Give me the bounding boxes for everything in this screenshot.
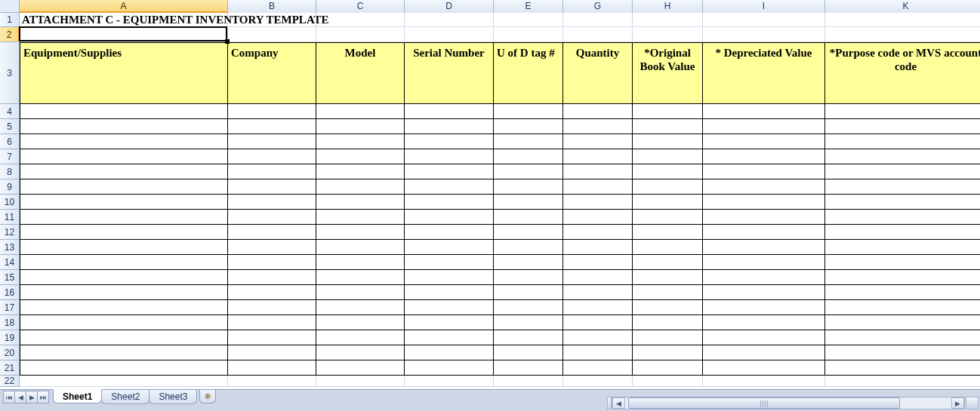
cell-I9[interactable] xyxy=(703,179,825,195)
cell-A20[interactable] xyxy=(20,345,228,360)
cell-D9[interactable] xyxy=(405,179,494,195)
cell-C15[interactable] xyxy=(316,270,405,285)
row-header-19[interactable]: 19 xyxy=(0,330,20,345)
cell-C20[interactable] xyxy=(316,345,405,360)
cell-I13[interactable] xyxy=(703,240,825,255)
cell-D18[interactable] xyxy=(405,315,494,330)
cell-B18[interactable] xyxy=(228,315,316,330)
cell-K7[interactable] xyxy=(825,149,980,164)
cell-D13[interactable] xyxy=(405,240,494,255)
cell-G9[interactable] xyxy=(563,179,633,195)
cell-B11[interactable] xyxy=(228,210,316,225)
cell-H14[interactable] xyxy=(633,255,703,270)
scroll-track[interactable] xyxy=(625,397,951,409)
cell-E21[interactable] xyxy=(494,360,563,376)
cell-D17[interactable] xyxy=(405,300,494,315)
cell-B13[interactable] xyxy=(228,240,316,255)
cell-A9[interactable] xyxy=(20,179,228,195)
row-header-10[interactable]: 10 xyxy=(0,195,20,210)
cell-B10[interactable] xyxy=(228,195,316,210)
cell-G22[interactable] xyxy=(563,376,633,387)
cell-C22[interactable] xyxy=(316,376,405,387)
column-header-K[interactable]: K xyxy=(825,0,980,13)
cell-K20[interactable] xyxy=(825,345,980,360)
cell-A19[interactable] xyxy=(20,330,228,345)
cell-C13[interactable] xyxy=(316,240,405,255)
column-header-A[interactable]: A xyxy=(20,0,228,13)
row-header-2[interactable]: 2 xyxy=(0,27,20,42)
cell-C11[interactable] xyxy=(316,210,405,225)
cell-A17[interactable] xyxy=(20,300,228,315)
cell-E5[interactable] xyxy=(494,119,563,134)
cell-H7[interactable] xyxy=(633,149,703,164)
sheet-tab-sheet2[interactable]: Sheet2 xyxy=(101,390,149,404)
cell-E10[interactable] xyxy=(494,195,563,210)
cell-D21[interactable] xyxy=(405,360,494,376)
cell-E8[interactable] xyxy=(494,164,563,179)
row-header-17[interactable]: 17 xyxy=(0,300,20,315)
row-header-6[interactable]: 6 xyxy=(0,134,20,149)
cell-K13[interactable] xyxy=(825,240,980,255)
cell-I8[interactable] xyxy=(703,164,825,179)
cell-I16[interactable] xyxy=(703,285,825,300)
cell-K22[interactable] xyxy=(825,376,980,387)
cell-I18[interactable] xyxy=(703,315,825,330)
cell-C1[interactable] xyxy=(316,13,405,27)
cell-H5[interactable] xyxy=(633,119,703,134)
cell-C16[interactable] xyxy=(316,285,405,300)
cell-B7[interactable] xyxy=(228,149,316,164)
cell-K8[interactable] xyxy=(825,164,980,179)
cell-G19[interactable] xyxy=(563,330,633,345)
cell-D10[interactable] xyxy=(405,195,494,210)
column-header-B[interactable]: B xyxy=(228,0,316,13)
cell-B19[interactable] xyxy=(228,330,316,345)
row-header-9[interactable]: 9 xyxy=(0,179,20,195)
corner-sizer[interactable] xyxy=(966,397,978,409)
cell-H12[interactable] xyxy=(633,225,703,240)
cell-H19[interactable] xyxy=(633,330,703,345)
cell-G16[interactable] xyxy=(563,285,633,300)
cell-E3[interactable]: U of D tag # xyxy=(494,42,563,104)
cell-H11[interactable] xyxy=(633,210,703,225)
cell-A14[interactable] xyxy=(20,255,228,270)
cell-I12[interactable] xyxy=(703,225,825,240)
cell-H22[interactable] xyxy=(633,376,703,387)
cell-B5[interactable] xyxy=(228,119,316,134)
cell-G20[interactable] xyxy=(563,345,633,360)
column-header-G[interactable]: G xyxy=(563,0,633,13)
cell-E16[interactable] xyxy=(494,285,563,300)
cell-G3[interactable]: Quantity xyxy=(563,42,633,104)
cell-K10[interactable] xyxy=(825,195,980,210)
cell-B8[interactable] xyxy=(228,164,316,179)
cell-E11[interactable] xyxy=(494,210,563,225)
cell-H3[interactable]: *Original Book Value xyxy=(633,42,703,104)
scroll-right-button[interactable]: ▶ xyxy=(951,397,964,409)
cell-H16[interactable] xyxy=(633,285,703,300)
cell-E12[interactable] xyxy=(494,225,563,240)
cell-A4[interactable] xyxy=(20,104,228,119)
cell-C14[interactable] xyxy=(316,255,405,270)
sheet-tab-sheet1[interactable]: Sheet1 xyxy=(53,389,102,403)
cell-G8[interactable] xyxy=(563,164,633,179)
cell-K14[interactable] xyxy=(825,255,980,270)
cell-I2[interactable] xyxy=(703,27,825,42)
cell-I19[interactable] xyxy=(703,330,825,345)
column-header-C[interactable]: C xyxy=(316,0,405,13)
column-header-H[interactable]: H xyxy=(633,0,703,13)
cell-D14[interactable] xyxy=(405,255,494,270)
cell-B1[interactable] xyxy=(228,13,316,27)
cell-H17[interactable] xyxy=(633,300,703,315)
cell-C7[interactable] xyxy=(316,149,405,164)
cell-H20[interactable] xyxy=(633,345,703,360)
cell-K18[interactable] xyxy=(825,315,980,330)
cell-G2[interactable] xyxy=(563,27,633,42)
cell-E4[interactable] xyxy=(494,104,563,119)
row-header-11[interactable]: 11 xyxy=(0,210,20,225)
cell-B17[interactable] xyxy=(228,300,316,315)
cell-A2[interactable] xyxy=(20,27,228,42)
cell-D1[interactable] xyxy=(405,13,494,27)
cell-G7[interactable] xyxy=(563,149,633,164)
row-header-20[interactable]: 20 xyxy=(0,345,20,360)
cell-K16[interactable] xyxy=(825,285,980,300)
cell-H8[interactable] xyxy=(633,164,703,179)
